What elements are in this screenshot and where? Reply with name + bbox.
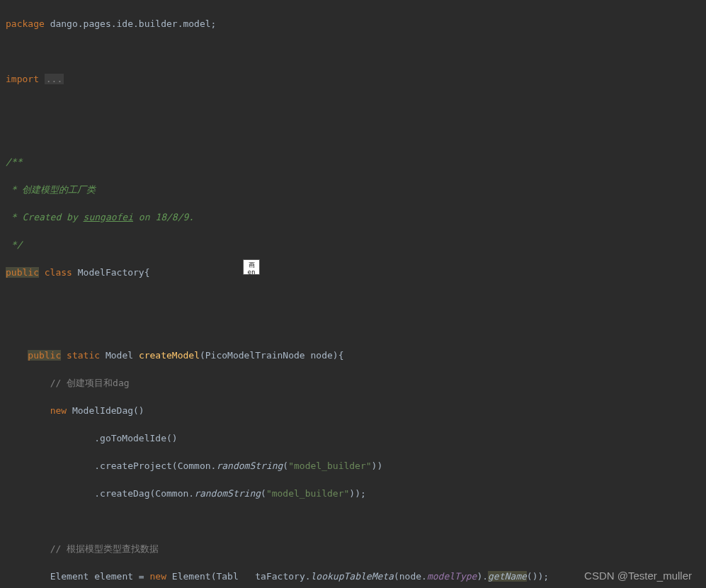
code-line[interactable]: import ... [6,72,700,86]
code-line[interactable] [6,321,700,335]
code-line[interactable] [6,293,700,307]
code-line[interactable]: /** [6,155,700,169]
code-line[interactable] [6,514,700,528]
code-line[interactable]: * Created by sungaofei on 18/8/9. [6,210,700,225]
code-line[interactable] [6,128,700,142]
code-line[interactable]: new ModelIdeDag() [6,404,700,418]
watermark-text: CSDN @Tester_muller [584,568,692,584]
code-line[interactable]: * 创建模型的工厂类 [6,183,700,197]
code-line[interactable]: .createProject(Common.randomString("mode… [6,459,700,473]
code-line[interactable] [6,100,700,114]
code-line[interactable] [6,45,700,59]
code-line[interactable]: .goToModelIde() [6,431,700,446]
ime-cursor-icon: 画 en [243,259,260,275]
code-line[interactable]: // 创建项目和dag [6,376,700,390]
fold-region[interactable]: ... [45,74,64,84]
code-line[interactable]: */ [6,238,700,252]
code-line[interactable]: public class ModelFactory{ [6,266,700,280]
code-editor[interactable]: package dango.pages.ide.builder.model; i… [0,0,706,588]
code-line[interactable]: public static Model createModel(PicoMode… [6,349,700,363]
code-line[interactable]: .createDag(Common.randomString("model_bu… [6,487,700,501]
code-line[interactable]: // 根据模型类型查找数据 [6,542,700,556]
code-line[interactable]: package dango.pages.ide.builder.model; [6,17,700,31]
